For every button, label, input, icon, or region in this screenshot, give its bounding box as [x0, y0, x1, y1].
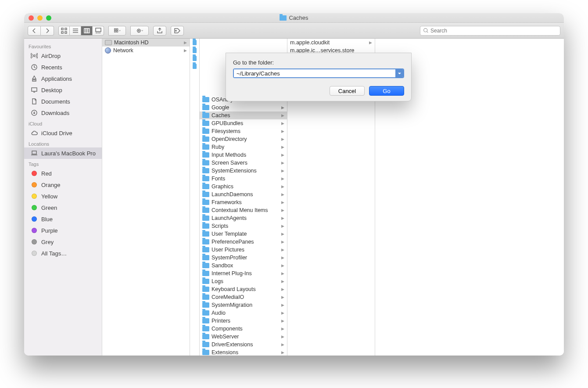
column-item[interactable]: Keyboard Layouts▶ [200, 285, 287, 293]
column-item[interactable]: Sandbox▶ [200, 262, 287, 269]
action-button[interactable] [130, 26, 149, 36]
column-item[interactable]: Logs▶ [200, 277, 287, 285]
folder-icon [202, 192, 209, 197]
sidebar-item-recents[interactable]: Recents [24, 61, 102, 73]
sidebar-item-laura-s-macbook-pro[interactable]: Laura's MacBook Pro [24, 147, 102, 159]
sidebar-item-red[interactable]: Red [24, 168, 102, 179]
column-item[interactable]: LaunchDaemons▶ [200, 190, 287, 198]
column-item[interactable]: Extensions▶ [200, 348, 287, 356]
column-item-label: Keyboard Layouts [212, 286, 279, 292]
sidebar-item-grey[interactable]: Grey [24, 236, 102, 248]
tags-button[interactable] [171, 26, 184, 36]
column-item[interactable] [190, 47, 199, 54]
sidebar-item-yellow[interactable]: Yellow [24, 190, 102, 202]
sidebar-item-all-tags-[interactable]: All Tags… [24, 248, 102, 259]
gallery-view-button[interactable] [93, 26, 104, 36]
search-field[interactable] [420, 26, 560, 36]
column-item[interactable]: User Template▶ [200, 230, 287, 238]
chevron-right-icon: ▶ [369, 40, 372, 45]
icon-view-button[interactable] [58, 26, 70, 36]
column-item-label: Logs [212, 278, 279, 284]
back-button[interactable] [28, 26, 41, 36]
column-item[interactable]: Audio▶ [200, 309, 287, 317]
zoom-window-button[interactable] [46, 15, 51, 21]
chevron-right-icon: ▶ [281, 113, 284, 118]
column-item-label: Audio [212, 310, 279, 316]
svg-rect-1 [65, 28, 67, 30]
column-item[interactable]: GPUBundles▶ [200, 119, 287, 127]
sidebar-item-documents[interactable]: Documents [24, 96, 102, 107]
close-window-button[interactable] [29, 15, 34, 21]
sidebar-item-purple[interactable]: Purple [24, 225, 102, 236]
folder-icon [202, 105, 209, 110]
column-view-button[interactable] [81, 26, 93, 36]
sidebar-item-desktop[interactable]: Desktop [24, 84, 102, 96]
column-item-label: Scripts [212, 223, 279, 229]
column-item-label: SystemProfiler [212, 255, 279, 261]
column-item[interactable]: Input Methods▶ [200, 151, 287, 159]
search-input[interactable] [430, 28, 557, 34]
column-item[interactable]: Google▶ [200, 104, 287, 111]
forward-button[interactable] [41, 26, 54, 36]
column-item[interactable]: WebServer▶ [200, 333, 287, 341]
column-item[interactable]: Fonts▶ [200, 175, 287, 183]
column-item[interactable]: Scripts▶ [200, 222, 287, 230]
column-item[interactable]: User Pictures▶ [200, 246, 287, 254]
list-view-button[interactable] [70, 26, 81, 36]
go-to-folder-input[interactable] [234, 69, 395, 77]
sidebar-item-label: Green [41, 205, 57, 211]
column-item[interactable]: CoreMediaIO▶ [200, 293, 287, 301]
column-item[interactable]: SystemProfiler▶ [200, 254, 287, 262]
sidebar-item-label: Documents [41, 98, 70, 105]
sidebar-item-applications[interactable]: Applications [24, 73, 102, 84]
column-item[interactable]: OpenDirectory▶ [200, 135, 287, 143]
column-item[interactable]: Components▶ [200, 325, 287, 333]
column-item[interactable]: Printers▶ [200, 317, 287, 325]
column-item[interactable]: PreferencePanes▶ [200, 238, 287, 246]
column-item[interactable]: m.apple.cloudkit▶ [287, 39, 375, 47]
folder-icon [202, 137, 209, 142]
clock-icon [30, 63, 38, 71]
column-item[interactable]: Graphics▶ [200, 183, 287, 190]
column-item[interactable] [190, 39, 199, 47]
share-button[interactable] [153, 26, 166, 36]
column-item[interactable]: Ruby▶ [200, 143, 287, 151]
sidebar-item-label: Applications [41, 75, 72, 82]
sidebar-item-downloads[interactable]: Downloads [24, 107, 102, 119]
sidebar-item-label: AirDrop [41, 53, 61, 59]
sidebar-item-icloud-drive[interactable]: iCloud Drive [24, 127, 102, 139]
go-button[interactable]: Go [369, 86, 404, 96]
column-item[interactable]: Macintosh HD▶ [102, 39, 190, 47]
folder-icon [202, 263, 209, 268]
column-item[interactable] [190, 54, 199, 62]
column-item[interactable] [190, 62, 199, 70]
column-item[interactable]: DriverExtensions▶ [200, 341, 287, 348]
sidebar-item-label: Laura's MacBook Pro [41, 150, 96, 157]
sidebar-item-orange[interactable]: Orange [24, 179, 102, 190]
column-item[interactable]: Contextual Menu Items▶ [200, 206, 287, 214]
tag-dot-icon [30, 226, 38, 234]
sidebar-section-title: Locations [24, 139, 102, 147]
folder-icon [280, 15, 287, 21]
group-by-button[interactable] [108, 26, 126, 36]
column-item[interactable]: LaunchAgents▶ [200, 214, 287, 222]
column-item[interactable]: SystemMigration▶ [200, 301, 287, 309]
column-item[interactable]: Internet Plug-Ins▶ [200, 269, 287, 277]
folder-icon [202, 239, 209, 244]
sidebar-item-airdrop[interactable]: AirDrop [24, 50, 102, 61]
column-item[interactable]: Filesystems▶ [200, 127, 287, 135]
column-item[interactable]: Screen Savers▶ [200, 159, 287, 167]
minimize-window-button[interactable] [37, 15, 43, 21]
chevron-down-icon [398, 72, 402, 75]
chevron-right-icon: ▶ [281, 145, 284, 149]
folder-icon [202, 247, 209, 252]
column-item[interactable]: Caches▶ [200, 111, 287, 119]
cancel-button[interactable]: Cancel [330, 86, 365, 96]
recent-folders-button[interactable] [395, 69, 403, 77]
column-item[interactable]: Network▶ [102, 47, 190, 54]
sidebar-item-green[interactable]: Green [24, 202, 102, 213]
column-item[interactable]: Frameworks▶ [200, 198, 287, 206]
sidebar-item-blue[interactable]: Blue [24, 213, 102, 225]
column-item[interactable]: SystemExtensions▶ [200, 167, 287, 175]
finder-window: Caches [24, 13, 564, 356]
